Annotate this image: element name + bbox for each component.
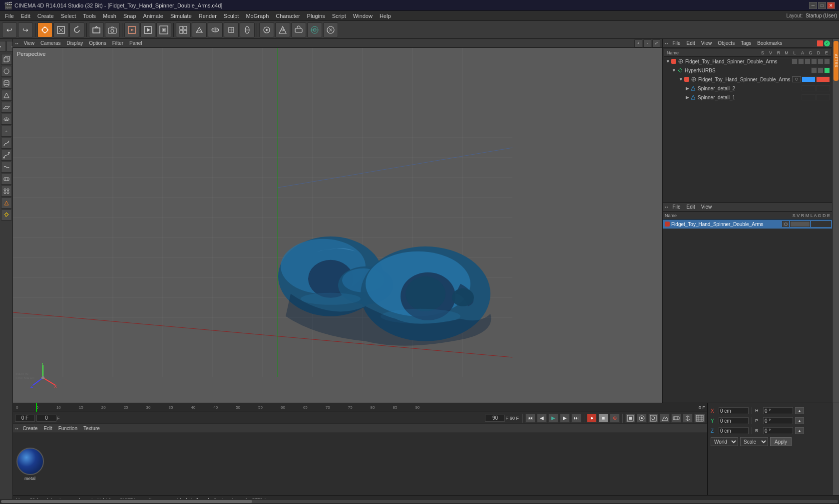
- coord-y-input[interactable]: [719, 417, 749, 424]
- go-start-button[interactable]: ⏮: [525, 414, 535, 423]
- play-button[interactable]: ▶: [548, 414, 558, 423]
- mm-menu-view[interactable]: View: [699, 204, 715, 210]
- rotate-tool-button[interactable]: [69, 22, 84, 37]
- scale-tool-button[interactable]: [53, 22, 68, 37]
- vp-menu-options[interactable]: Options: [86, 40, 108, 46]
- obj-ctrl-4-2[interactable]: [816, 85, 830, 91]
- viewport-mode-button[interactable]: [176, 22, 191, 37]
- obj-ctrl-5-2[interactable]: [816, 94, 830, 100]
- menu-window[interactable]: Window: [350, 12, 376, 20]
- scrollbar-thumb[interactable]: [1, 500, 252, 503]
- tool-nurbs[interactable]: [1, 162, 12, 173]
- undo-button[interactable]: ↩: [2, 22, 17, 37]
- coord-z-input[interactable]: [719, 427, 749, 434]
- coord-b-input[interactable]: [763, 427, 793, 434]
- timeline-tool-4[interactable]: [660, 414, 670, 423]
- coord-y-lock[interactable]: ▲: [795, 417, 804, 424]
- menu-script[interactable]: Script: [329, 12, 349, 20]
- tool-deformer[interactable]: [1, 174, 12, 185]
- layout-selector[interactable]: Startup (User): [806, 13, 837, 18]
- mm-menu-edit[interactable]: Edit: [684, 204, 698, 210]
- om-color-icon[interactable]: [817, 40, 823, 46]
- menu-select[interactable]: Select: [58, 12, 79, 20]
- coord-p-input[interactable]: [763, 417, 793, 424]
- tool-sphere[interactable]: [1, 66, 12, 77]
- timeline-tool-3[interactable]: [648, 414, 658, 423]
- obj-ctrl-1-l[interactable]: [818, 58, 824, 64]
- menu-tools[interactable]: Tools: [80, 12, 99, 20]
- coord-z-lock[interactable]: ▲: [795, 427, 804, 434]
- tool-view-2[interactable]: ▫: [6, 41, 13, 52]
- minimize-button[interactable]: ─: [809, 2, 817, 9]
- tool5[interactable]: [259, 22, 274, 37]
- timeline-tool-6[interactable]: [683, 414, 693, 423]
- current-frame-display[interactable]: [15, 415, 35, 422]
- obj-ctrl-4-1[interactable]: [802, 85, 816, 91]
- om-menu-tags[interactable]: Tags: [738, 40, 754, 46]
- om-check-icon[interactable]: ✓: [824, 40, 830, 46]
- menu-create[interactable]: Create: [34, 12, 57, 20]
- obj-ctrl-1-a[interactable]: [824, 58, 830, 64]
- coord-h-input[interactable]: [763, 407, 793, 414]
- vp-menu-view[interactable]: View: [21, 40, 37, 46]
- obj-ctrl-2-2[interactable]: [818, 67, 824, 73]
- material-metal[interactable]: metal: [15, 447, 45, 482]
- tool7[interactable]: [291, 22, 306, 37]
- om-menu-bookmarks[interactable]: Bookmarks: [755, 40, 785, 46]
- tool-null[interactable]: +: [1, 126, 12, 137]
- new-object-button[interactable]: [89, 22, 104, 37]
- timeline-tool-5[interactable]: [671, 414, 681, 423]
- obj-ctrl-3-3[interactable]: [816, 76, 830, 82]
- object-row-1[interactable]: ▼ Fidget_Toy_Hand_Spinner_Double_Arms: [664, 57, 831, 66]
- tool-cylinder[interactable]: [1, 78, 12, 89]
- timeline-tool-2[interactable]: [637, 414, 647, 423]
- tool-spline[interactable]: [1, 138, 12, 149]
- obj-ctrl-1-s[interactable]: [792, 58, 798, 64]
- object-row-2[interactable]: ▼ HyperNURBS: [664, 66, 831, 75]
- om-menu-file[interactable]: File: [670, 40, 683, 46]
- redo-button[interactable]: ↪: [18, 22, 33, 37]
- menu-animate[interactable]: Animate: [140, 12, 166, 20]
- tool-dynamics[interactable]: [1, 198, 12, 209]
- view-perspective-button[interactable]: [192, 22, 207, 37]
- object-row-4[interactable]: ▶ Spinner_detail_2: [664, 84, 831, 93]
- vp-menu-filter[interactable]: Filter: [110, 40, 126, 46]
- menu-mograph[interactable]: MoGraph: [243, 12, 272, 20]
- tool8[interactable]: [307, 22, 322, 37]
- apply-button[interactable]: Apply: [770, 437, 792, 446]
- move-tool-button[interactable]: [37, 22, 52, 37]
- right-strip-tab[interactable]: ATTRS: [834, 41, 839, 81]
- om-menu-view[interactable]: View: [699, 40, 715, 46]
- timeline-tool-1[interactable]: [625, 414, 635, 423]
- tool-cone[interactable]: [1, 90, 12, 101]
- timeline-snap-toggle[interactable]: [694, 414, 705, 423]
- tool-view-1[interactable]: ▪: [0, 41, 6, 52]
- mat-ctrl-3[interactable]: [811, 221, 831, 227]
- menu-render[interactable]: Render: [196, 12, 220, 20]
- prev-frame-button[interactable]: ◀: [537, 414, 547, 423]
- om-menu-objects[interactable]: Objects: [715, 40, 737, 46]
- menu-mesh[interactable]: Mesh: [100, 12, 119, 20]
- mat-ctrl-1[interactable]: ⬡: [782, 221, 789, 227]
- tool9[interactable]: [323, 22, 338, 37]
- tool-mograph[interactable]: [1, 186, 12, 197]
- material-row-1[interactable]: Fidget_Toy_Hand_Spinner_Double_Arms ⬡: [663, 220, 832, 229]
- next-frame-button[interactable]: ▶: [560, 414, 570, 423]
- vp-zoom-out[interactable]: -: [643, 39, 651, 47]
- menu-sculpt[interactable]: Sculpt: [221, 12, 242, 20]
- tool-bezier[interactable]: [1, 150, 12, 161]
- obj-expand-3[interactable]: ▼: [679, 77, 683, 82]
- object-row-5[interactable]: ▶ Spinner_detail_1: [664, 93, 831, 102]
- render-active-button[interactable]: [140, 22, 155, 37]
- close-button[interactable]: ✕: [827, 2, 835, 9]
- menu-file[interactable]: File: [2, 12, 17, 20]
- transform-mode-select[interactable]: Scale Rotate Move: [740, 437, 768, 446]
- vp-zoom-in[interactable]: +: [634, 39, 642, 47]
- mm-menu-file[interactable]: File: [670, 204, 683, 210]
- record-button[interactable]: ●: [587, 414, 597, 423]
- render-all-button[interactable]: [156, 22, 171, 37]
- obj-ctrl-3-1[interactable]: ⬡: [792, 76, 801, 82]
- record-stop-button[interactable]: ■: [598, 414, 608, 423]
- tool6[interactable]: [275, 22, 290, 37]
- vp-menu-display[interactable]: Display: [64, 40, 85, 46]
